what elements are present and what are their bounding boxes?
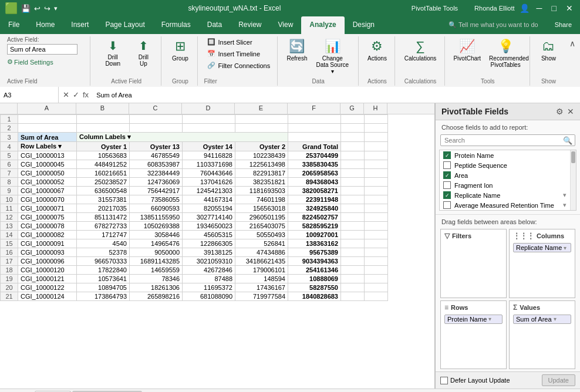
col-header-h[interactable]: H bbox=[364, 103, 387, 114]
cell-b2[interactable] bbox=[77, 124, 130, 133]
cell-c2[interactable] bbox=[130, 124, 183, 133]
cell-b18[interactable]: 17822840 bbox=[77, 266, 130, 275]
cell-a12[interactable]: CGI_10000075 bbox=[18, 213, 77, 222]
cell-a10[interactable]: CGI_10000070 bbox=[18, 195, 77, 204]
cell-h9[interactable] bbox=[365, 187, 388, 195]
cell-c15[interactable]: 14965476 bbox=[130, 239, 183, 248]
insert-function-icon[interactable]: fx bbox=[81, 90, 90, 99]
tab-review[interactable]: Review bbox=[230, 16, 269, 34]
cell-h6[interactable] bbox=[365, 160, 388, 169]
cell-a15[interactable]: CGI_10000091 bbox=[18, 239, 77, 248]
pivot-area-rows[interactable]: ≡ Rows Protein Name ▾ bbox=[440, 300, 507, 370]
cell-e19[interactable]: 148594 bbox=[235, 275, 288, 283]
cell-h15[interactable] bbox=[365, 239, 388, 248]
cell-a17[interactable]: CGI_10000096 bbox=[18, 257, 77, 266]
cell-b20[interactable]: 10894705 bbox=[77, 283, 130, 292]
cell-d15[interactable]: 122866305 bbox=[183, 239, 235, 248]
confirm-icon[interactable]: ✓ bbox=[71, 90, 81, 99]
cell-c12[interactable]: 13851155950 bbox=[130, 213, 183, 222]
calculations-button[interactable]: ∑ Calculations bbox=[401, 36, 440, 64]
cell-f18[interactable]: 254161346 bbox=[288, 266, 341, 275]
cell-d16[interactable]: 39138125 bbox=[183, 248, 235, 257]
pivot-field-area[interactable]: ✓ Area bbox=[440, 170, 570, 180]
cell-g2[interactable] bbox=[341, 124, 365, 133]
close-btn[interactable]: ✕ bbox=[564, 4, 575, 13]
cell-a5[interactable]: CGI_10000013 bbox=[18, 151, 77, 160]
cell-f5[interactable]: 253704499 bbox=[288, 151, 341, 160]
field-settings-button[interactable]: ⚙ Field Settings bbox=[7, 58, 53, 66]
cell-a13[interactable]: CGI_10000078 bbox=[18, 222, 77, 231]
cell-d2[interactable] bbox=[183, 124, 235, 133]
tab-view[interactable]: View bbox=[270, 16, 302, 34]
change-data-source-button[interactable]: 📊 Change Data Source ▾ bbox=[312, 36, 353, 77]
cell-e17[interactable]: 34186621435 bbox=[235, 257, 288, 266]
tab-file[interactable]: File bbox=[0, 16, 28, 34]
cell-d11[interactable]: 82055194 bbox=[183, 204, 235, 213]
cell-c16[interactable]: 9050000 bbox=[130, 248, 183, 257]
tab-formulas[interactable]: Formulas bbox=[153, 16, 199, 34]
cell-d12[interactable]: 3027714140 bbox=[183, 213, 235, 222]
cell-f16[interactable]: 95675389 bbox=[288, 248, 341, 257]
cell-b11[interactable]: 20217035 bbox=[77, 204, 130, 213]
tab-page-layout[interactable]: Page Layout bbox=[97, 16, 153, 34]
cell-c13[interactable]: 1050269388 bbox=[130, 222, 183, 231]
cell-b4-oyster1[interactable]: Oyster 1 bbox=[77, 142, 130, 151]
cell-c8[interactable]: 124736069 bbox=[130, 178, 183, 187]
pivot-field-peptide-sequence[interactable]: Peptide Sequence bbox=[440, 160, 570, 170]
pivot-field-avg-retention[interactable]: Average Measured Retention Time ▾ bbox=[440, 200, 570, 210]
cell-f20[interactable]: 58287550 bbox=[288, 283, 341, 292]
cell-c9[interactable]: 756442917 bbox=[130, 187, 183, 195]
cell-a7[interactable]: CGI_10000050 bbox=[18, 169, 77, 178]
cell-e15[interactable]: 526841 bbox=[235, 239, 288, 248]
cell-f9[interactable]: 3820058271 bbox=[288, 187, 341, 195]
cell-g7[interactable] bbox=[341, 169, 365, 178]
cell-a9[interactable]: CGI_10000067 bbox=[18, 187, 77, 195]
cancel-icon[interactable]: ✕ bbox=[61, 90, 71, 99]
pivot-field-replicate-name[interactable]: ✓ Replicate Name ▾ bbox=[440, 190, 570, 200]
cell-e9[interactable]: 1181693503 bbox=[235, 187, 288, 195]
pivot-field-checkbox-protein-name[interactable]: ✓ bbox=[443, 151, 451, 159]
name-box[interactable]: A3 bbox=[0, 87, 59, 103]
cell-a2[interactable] bbox=[18, 124, 77, 133]
cell-g5[interactable] bbox=[341, 151, 365, 160]
cell-h8[interactable] bbox=[365, 178, 388, 187]
cell-a21[interactable]: CGI_10000124 bbox=[18, 292, 77, 301]
ribbon-collapse-icon[interactable]: ∧ bbox=[569, 39, 575, 48]
cell-a18[interactable]: CGI_10000120 bbox=[18, 266, 77, 275]
defer-checkbox-box[interactable] bbox=[440, 377, 448, 384]
cell-h3[interactable] bbox=[365, 133, 388, 142]
col-header-b[interactable]: B bbox=[76, 103, 129, 114]
pivot-chip-protein-name[interactable]: Protein Name ▾ bbox=[444, 315, 503, 324]
cell-e7[interactable]: 822913817 bbox=[235, 169, 288, 178]
cell-g6[interactable] bbox=[341, 160, 365, 169]
cell-f12[interactable]: 8224502757 bbox=[288, 213, 341, 222]
cell-g11[interactable] bbox=[341, 204, 365, 213]
cell-h11[interactable] bbox=[365, 204, 388, 213]
cell-g18[interactable] bbox=[341, 266, 365, 275]
cell-d17[interactable]: 3021059310 bbox=[183, 257, 235, 266]
cell-d8[interactable]: 137041626 bbox=[183, 178, 235, 187]
cell-a8[interactable]: CGI_10000052 bbox=[18, 178, 77, 187]
pivot-field-fragment-ion[interactable]: Fragment Ion bbox=[440, 180, 570, 190]
cell-b6[interactable]: 448491252 bbox=[77, 160, 130, 169]
cell-g10[interactable] bbox=[341, 195, 365, 204]
cell-f21[interactable]: 1840828683 bbox=[288, 292, 341, 301]
col-header-e[interactable]: E bbox=[235, 103, 288, 114]
minimize-btn[interactable]: ─ bbox=[534, 4, 545, 13]
cell-b7[interactable]: 160216651 bbox=[77, 169, 130, 178]
cell-b21[interactable]: 173864793 bbox=[77, 292, 130, 301]
cell-c5[interactable]: 46785549 bbox=[130, 151, 183, 160]
cell-e6[interactable]: 1225613498 bbox=[235, 160, 288, 169]
col-header-g[interactable]: G bbox=[340, 103, 364, 114]
tab-data[interactable]: Data bbox=[199, 16, 230, 34]
cell-b15[interactable]: 4540 bbox=[77, 239, 130, 248]
cell-g8[interactable] bbox=[341, 178, 365, 187]
cell-h17[interactable] bbox=[365, 257, 388, 266]
cell-f10[interactable]: 223911948 bbox=[288, 195, 341, 204]
insert-timeline-button[interactable]: 📅 Insert Timeline bbox=[204, 48, 274, 59]
cell-h20[interactable] bbox=[365, 283, 388, 292]
cell-h14[interactable] bbox=[365, 231, 388, 239]
defer-layout-checkbox[interactable]: Defer Layout Update bbox=[440, 377, 510, 384]
recommended-pivottables-button[interactable]: 💡 Recommended PivotTables bbox=[485, 36, 525, 70]
update-button[interactable]: Update bbox=[542, 374, 575, 386]
